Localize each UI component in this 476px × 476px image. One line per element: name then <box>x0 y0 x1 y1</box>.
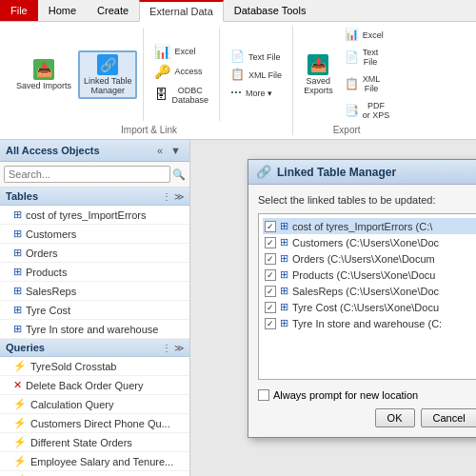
table-item-3[interactable]: ⊞ Products <box>0 263 189 282</box>
query-icon-0: ⚡ <box>13 360 27 372</box>
query-item-3[interactable]: ⚡ Customers Direct Phone Qu... <box>0 414 189 433</box>
dialog-checkbox-4[interactable] <box>265 286 276 297</box>
dialog-checkbox-1[interactable] <box>265 237 276 248</box>
dialog-list-item-3[interactable]: ⊞ Products (C:\Users\Xone\Docu <box>263 267 476 283</box>
tables-section-title: Tables <box>6 190 38 202</box>
excel-import-button[interactable]: 📊 Excel <box>149 42 200 61</box>
tables-section-icons: ⋮ ≫ <box>162 191 184 202</box>
always-prompt-label[interactable]: Always prompt for new location <box>258 389 418 401</box>
odbc-button[interactable]: 🗄 ODBCDatabase <box>149 82 213 108</box>
export-small-group: 📊 Excel 📄 TextFile 📋 XMLFile <box>340 26 395 123</box>
dialog-checkbox-5[interactable] <box>265 302 276 313</box>
export-row-3: 📋 XMLFile <box>340 70 395 96</box>
dialog-footer: Always prompt for new location <box>258 389 476 401</box>
tab-home[interactable]: Home <box>38 0 87 21</box>
query-item-0[interactable]: ⚡ TyreSold Crosstab <box>0 357 189 376</box>
linked-table-manager-button[interactable]: 🔗 Linked TableManager <box>78 50 137 99</box>
search-icon[interactable]: 🔍 <box>172 169 186 181</box>
dialog-list-item-6[interactable]: ⊞ Tyre In store and warehouse (C: <box>263 315 476 331</box>
divider-2 <box>219 28 220 121</box>
table-icon-3: ⊞ <box>13 266 22 278</box>
table-item-1[interactable]: ⊞ Customers <box>0 225 189 244</box>
dialog-checkbox-6[interactable] <box>265 318 276 329</box>
query-icon-3: ⚡ <box>13 417 27 429</box>
query-item-4[interactable]: ⚡ Different State Orders <box>0 433 189 452</box>
dialog-checkbox-3[interactable] <box>265 269 276 281</box>
tab-create[interactable]: Create <box>87 0 139 21</box>
export-row-1: 📊 Excel <box>340 26 395 43</box>
dialog-list-item-1[interactable]: ⊞ Customers (C:\Users\Xone\Doc <box>263 234 476 250</box>
nav-menu-icon[interactable]: ▼ <box>168 144 184 157</box>
query-item-6[interactable]: ⚡ Employees on leave <box>0 471 189 476</box>
dialog-item-text-1: Customers (C:\Users\Xone\Doc <box>292 237 439 248</box>
nav-header-title: All Access Objects <box>6 145 100 156</box>
xml-export-button[interactable]: 📋 XMLFile <box>340 70 387 96</box>
query-item-1[interactable]: ✕ Delete Back Order Query <box>0 376 189 395</box>
xml-file-button[interactable]: 📋 XML File <box>226 66 287 83</box>
dialog-item-text-2: Orders (C:\Users\Xone\Docum <box>292 253 435 265</box>
table-item-5[interactable]: ⊞ Tyre Cost <box>0 301 189 320</box>
table-item-6[interactable]: ⊞ Tyre In store and warehouse <box>0 320 189 339</box>
tab-database-tools[interactable]: Database Tools <box>224 0 317 21</box>
text-file-icon: 📄 <box>230 50 245 62</box>
table-icon-0: ⊞ <box>13 208 22 221</box>
tables-section: Tables ⋮ ≫ ⊞ cost of tyres_ImportErrors … <box>0 188 189 339</box>
table-item-4[interactable]: ⊞ SalesReps <box>0 282 189 301</box>
text-export-label: TextFile <box>363 48 379 67</box>
saved-exports-button[interactable]: 📤 SavedExports <box>299 51 338 98</box>
table-link-icon-1: ⊞ <box>280 236 288 248</box>
dialog-list-item-5[interactable]: ⊞ Tyre Cost (C:\Users\Xone\Docu <box>263 299 476 315</box>
import-row-4: 📄 Text File <box>226 48 287 65</box>
odbc-label: ODBCDatabase <box>171 86 208 105</box>
export-group: 📤 SavedExports 📊 Excel 📄 TextFile <box>293 26 400 135</box>
search-box: 🔍 <box>0 162 189 188</box>
table-link-icon-4: ⊞ <box>280 285 288 297</box>
tab-external-data[interactable]: External Data <box>139 0 224 22</box>
table-icon-6: ⊞ <box>13 323 22 335</box>
import-row-6: ⋯ More ▾ <box>226 84 287 101</box>
linked-table-manager-label: Linked TableManager <box>84 76 131 95</box>
linked-table-manager-icon: 🔗 <box>97 54 118 75</box>
more-button[interactable]: ⋯ More ▾ <box>226 84 277 101</box>
table-link-icon-5: ⊞ <box>280 301 288 313</box>
dialog-item-text-3: Products (C:\Users\Xone\Docu <box>292 269 435 281</box>
pdf-button[interactable]: 📑 PDFor XPS <box>340 97 395 123</box>
import-row-5: 📋 XML File <box>226 66 287 83</box>
xml-export-label: XMLFile <box>363 74 381 93</box>
saved-imports-button[interactable]: 📥 Saved Imports <box>11 56 76 93</box>
dialog-list-item-2[interactable]: ⊞ Orders (C:\Users\Xone\Docum <box>263 250 476 267</box>
import-row-3: 🗄 ODBCDatabase <box>149 82 213 108</box>
nav-header[interactable]: All Access Objects « ▼ <box>0 140 189 162</box>
always-prompt-checkbox[interactable] <box>258 389 269 401</box>
nav-collapse-icon[interactable]: « <box>154 144 166 157</box>
table-item-2[interactable]: ⊞ Orders <box>0 244 189 263</box>
dialog-ok-button[interactable]: OK <box>375 408 415 427</box>
import-row-1: 📊 Excel <box>149 42 213 61</box>
dialog-body: Select the linked tables to be updated: … <box>248 185 476 437</box>
dialog-list-item-0[interactable]: ⊞ cost of tyres_ImportErrors (C:\ <box>263 218 476 234</box>
dialog-checkbox-2[interactable] <box>265 253 276 265</box>
text-export-button[interactable]: 📄 TextFile <box>340 44 387 69</box>
queries-section-header[interactable]: Queries ⋮ ≫ <box>0 339 189 357</box>
tab-file[interactable]: File <box>0 0 38 21</box>
table-item-0[interactable]: ⊞ cost of tyres_ImportErrors <box>0 206 189 225</box>
dialog-list-item-4[interactable]: ⊞ SalesReps (C:\Users\Xone\Doc <box>263 283 476 299</box>
dialog-cancel-button[interactable]: Cancel <box>421 408 477 427</box>
ribbon: File Home Create External Data Database … <box>0 0 476 140</box>
divider-1 <box>143 28 144 121</box>
text-file-button[interactable]: 📄 Text File <box>226 48 286 65</box>
excel-export-button[interactable]: 📊 Excel <box>340 26 388 43</box>
query-item-2[interactable]: ⚡ Calculation Query <box>0 395 189 414</box>
access-label: Access <box>174 67 202 76</box>
dialog-checkbox-0[interactable] <box>265 221 276 232</box>
tables-section-header[interactable]: Tables ⋮ ≫ <box>0 188 189 206</box>
access-icon: 🔑 <box>154 65 170 78</box>
small-import-group-2: 📄 Text File 📋 XML File ⋯ More ▾ <box>226 48 287 101</box>
ribbon-body: 📥 Saved Imports 🔗 Linked TableManager 📊 … <box>0 21 476 139</box>
access-import-button[interactable]: 🔑 Access <box>149 62 207 81</box>
queries-section: Queries ⋮ ≫ ⚡ TyreSold Crosstab ✕ Delete… <box>0 339 189 476</box>
query-item-5[interactable]: ⚡ Employee Salary and Tenure... <box>0 452 189 471</box>
import-link-group: 📥 Saved Imports 🔗 Linked TableManager 📊 … <box>6 26 293 135</box>
search-input[interactable] <box>4 166 170 183</box>
saved-exports-label: SavedExports <box>304 76 333 95</box>
